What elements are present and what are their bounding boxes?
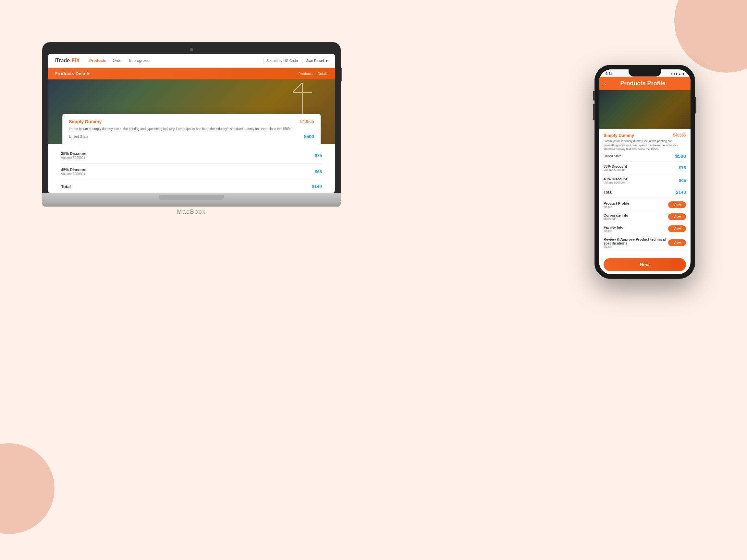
phone-doc-2-file: sheet.pdf xyxy=(603,217,628,220)
discount-2-value: $65 xyxy=(315,169,322,174)
signal-bar-2 xyxy=(674,73,675,75)
phone-doc-3-view-button[interactable]: View xyxy=(668,225,686,232)
phone-doc-1-info: Product Profile file.pdf xyxy=(603,202,629,209)
phone-doc-4-view-button[interactable]: View xyxy=(668,239,686,246)
laptop-camera xyxy=(190,48,193,51)
phone-doc-3-file: file.pdf xyxy=(603,229,623,233)
nav-links: Products Order In progress xyxy=(89,58,149,63)
discount-row-1: 35% Discount Volume 500000+ $75 xyxy=(61,148,322,164)
discount-2-sub: Volume 500000+ xyxy=(61,172,87,176)
nav-link-inprogress[interactable]: In progress xyxy=(129,58,149,63)
phone-hero-image xyxy=(599,90,691,129)
nav-logo: iTrade-FIX xyxy=(54,58,79,63)
product-price: $500 xyxy=(304,134,314,139)
nav-logo-fix: FIX xyxy=(71,58,79,63)
phone-doc-4-title: Review & Approve Product technical speci… xyxy=(603,237,668,245)
phone-volume-up-button xyxy=(593,91,594,101)
discount-2-info: 45% Discount Volume 500000+ xyxy=(61,168,87,176)
banner-title: Products Details xyxy=(54,71,90,76)
discount-1-sub: Volume 500000+ xyxy=(61,156,87,160)
product-location: United State xyxy=(69,135,88,138)
nav-search-area: Swn Pawel ▼ xyxy=(263,57,328,64)
product-location-row: United State $500 xyxy=(69,134,314,139)
phone-status-icons: ▲ ▮ xyxy=(671,72,684,76)
product-description: Lorem Ipsum is simply dummy text of the … xyxy=(69,127,314,131)
phone-total-value: $140 xyxy=(676,190,686,195)
website-hero: Simply Dummy 546565 Lorem Ipsum is simpl… xyxy=(48,79,335,144)
product-card: Simply Dummy 546565 Lorem Ipsum is simpl… xyxy=(62,114,320,144)
battery-icon: ▮ xyxy=(682,72,684,76)
nav-user[interactable]: Swn Pawel ▼ xyxy=(306,59,328,62)
phone-hero-overlay xyxy=(599,90,691,129)
phone-doc-row-1: Product Profile file.pdf View xyxy=(603,199,686,211)
phone-doc-row-2: Corporate Info sheet.pdf View xyxy=(603,211,686,223)
phone-power-button xyxy=(695,97,696,113)
phone-product-description: Lorem ipsum is simply dummy text of the … xyxy=(603,139,686,152)
signal-bar-3 xyxy=(676,73,677,75)
phone-doc-4-info: Review & Approve Product technical speci… xyxy=(603,237,668,248)
phone-doc-4-file: file.pdf xyxy=(603,245,668,248)
nav-link-order[interactable]: Order xyxy=(112,58,123,63)
phone-total-label: Total xyxy=(603,190,613,194)
phone-next-button[interactable]: Next xyxy=(603,258,686,271)
bg-decoration-bottom-left xyxy=(0,443,54,534)
laptop-frame: iTrade-FIX Products Order In progress Sw… xyxy=(42,42,341,193)
product-name: Simply Dummy xyxy=(69,119,102,124)
phone-doc-row-4: Review & Approve Product technical speci… xyxy=(603,235,686,251)
phone-doc-1-view-button[interactable]: View xyxy=(668,202,686,208)
wifi-icon: ▲ xyxy=(678,72,681,76)
phone-doc-2-view-button[interactable]: View xyxy=(668,213,686,220)
main-container: iTrade-FIX Products Order In progress Sw… xyxy=(0,0,747,560)
website-navbar: iTrade-FIX Products Order In progress Sw… xyxy=(48,54,335,68)
phone-documents-section: Product Profile file.pdf View Corporate … xyxy=(603,199,686,251)
phone-discount-2-value: $65 xyxy=(679,178,686,183)
phone-discount-1-info: 35% Discount Volume 500000+ xyxy=(603,164,627,171)
total-value: $140 xyxy=(312,184,322,189)
phone-header-title: Products Profile xyxy=(610,80,676,87)
phone-location-row: United State $500 xyxy=(603,153,686,162)
phone-screen: 9:41 ▲ ▮ ‹ Products Profile xyxy=(599,70,691,274)
nav-link-products[interactable]: Products xyxy=(89,58,106,63)
laptop-screen: iTrade-FIX Products Order In progress Sw… xyxy=(48,54,335,193)
phone-volume-down-button xyxy=(593,104,594,120)
laptop-side-button xyxy=(341,68,342,81)
laptop-base xyxy=(42,193,341,202)
total-row: Total $140 xyxy=(61,180,322,193)
phone-frame: 9:41 ▲ ▮ ‹ Products Profile xyxy=(594,65,695,279)
phone-back-button[interactable]: ‹ xyxy=(604,80,606,87)
svg-line-2 xyxy=(293,83,303,92)
website-discounts: 35% Discount Volume 500000+ $75 45% Disc… xyxy=(48,148,335,193)
phone-doc-1-title: Product Profile xyxy=(603,202,629,205)
laptop-device: iTrade-FIX Products Order In progress Sw… xyxy=(42,42,341,216)
phone-discount-1-sub: Volume 500000+ xyxy=(603,168,627,171)
phone-notch xyxy=(628,70,661,77)
phone-total-row: Total $140 xyxy=(603,187,686,198)
phone-doc-1-file: file.pdf xyxy=(603,205,629,209)
phone-discount-row-2: 45% Discount Volume 500000+ $65 xyxy=(603,175,686,187)
phone-doc-2-info: Corporate Info sheet.pdf xyxy=(603,213,628,220)
phone-device: 9:41 ▲ ▮ ‹ Products Profile xyxy=(594,65,695,279)
breadcrumb-details: Details xyxy=(317,72,328,76)
phone-discount-1-value: $75 xyxy=(679,165,686,170)
phone-discount-2-info: 45% Discount Volume 500000+ xyxy=(603,177,627,184)
phone-product-name: Simply Dummy xyxy=(603,133,634,138)
product-id: 546565 xyxy=(300,119,314,124)
phone-discount-1-label: 35% Discount xyxy=(603,164,627,168)
nav-search-input[interactable] xyxy=(263,57,303,64)
phone-doc-row-3: Facility Info file.pdf View xyxy=(603,223,686,235)
banner-breadcrumb: Products | Details xyxy=(299,72,328,76)
signal-bar-1 xyxy=(671,73,672,75)
breadcrumb-products[interactable]: Products xyxy=(299,72,312,76)
phone-location: United State xyxy=(603,154,621,158)
phone-discount-2-sub: Volume 500000+ xyxy=(603,181,627,184)
macbook-label: MacBook xyxy=(42,207,341,216)
phone-doc-3-info: Facility Info file.pdf xyxy=(603,225,623,233)
laptop-base-notch xyxy=(159,195,224,200)
discount-1-info: 35% Discount Volume 500000+ xyxy=(61,152,87,160)
phone-product-id: 546565 xyxy=(673,133,686,138)
phone-discount-2-label: 45% Discount xyxy=(603,177,627,181)
phone-time: 9:41 xyxy=(606,72,612,76)
phone-doc-2-title: Corporate Info xyxy=(603,213,628,217)
phone-doc-3-title: Facility Info xyxy=(603,225,623,229)
product-card-header: Simply Dummy 546565 xyxy=(69,119,314,124)
